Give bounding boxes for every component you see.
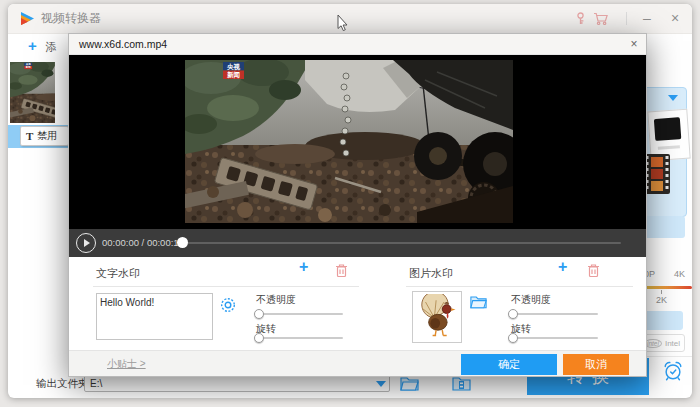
delete-text-watermark-icon[interactable] (335, 263, 348, 278)
schedule-alarm-icon[interactable] (662, 360, 684, 382)
watermark-image-preview[interactable] (412, 291, 462, 343)
text-rotate-thumb[interactable] (254, 333, 264, 343)
add-image-watermark-button[interactable]: + (558, 258, 567, 276)
video-preview (69, 55, 646, 229)
dialog-title: www.x6d.com.mp4 (79, 34, 167, 54)
tips-link[interactable]: 小贴士 > (107, 351, 146, 376)
option-bar[interactable] (642, 311, 683, 330)
seek-bar[interactable] (181, 242, 621, 244)
app-logo-icon (20, 11, 35, 26)
image-rotate-slider[interactable] (513, 337, 598, 339)
browse-image-folder-icon[interactable] (470, 295, 487, 309)
intel-label: Intel (665, 339, 680, 348)
position-target-icon[interactable] (220, 297, 236, 313)
format-card-collapsed[interactable] (643, 216, 685, 238)
dialog-footer: 小贴士 > 确定 取消 (69, 350, 646, 376)
text-watermark-divider (93, 286, 359, 287)
filmstrip-icon (644, 154, 670, 194)
video-frame (185, 60, 513, 223)
delete-image-watermark-icon[interactable] (587, 263, 600, 278)
browse-folder-icon[interactable] (400, 376, 419, 391)
time-display: 00:00:00 / 00:00:12 (102, 229, 184, 257)
app-title: 视频转换器 (41, 4, 101, 33)
text-rotate-slider[interactable] (259, 337, 343, 339)
add-text-watermark-button[interactable]: + (299, 258, 308, 276)
dialog-header[interactable]: www.x6d.com.mp4 × (69, 34, 646, 55)
titlebar-divider (626, 12, 627, 25)
text-opacity-thumb[interactable] (254, 309, 264, 319)
text-watermark-toggle-tooltip: T 禁用 (20, 126, 69, 146)
text-watermark-title: 文字水印 (96, 266, 140, 281)
output-folder-caret-icon[interactable] (376, 381, 386, 387)
minimize-button[interactable]: – (638, 5, 656, 32)
image-rotate-thumb[interactable] (508, 333, 518, 343)
image-watermark-divider (406, 286, 633, 287)
play-icon (84, 239, 90, 247)
image-opacity-label: 不透明度 (511, 293, 551, 307)
format-caption-line (658, 145, 680, 150)
dialog-close-button[interactable]: × (625, 34, 643, 54)
close-button[interactable]: × (666, 5, 684, 32)
desktop: 央视 新闻 视频转换器 (0, 0, 700, 407)
add-files-button[interactable]: + 添 (28, 37, 56, 55)
video-thumbnail-image (10, 62, 55, 123)
confirm-button[interactable]: 确定 (461, 354, 557, 375)
register-key-icon[interactable] (574, 12, 587, 25)
image-opacity-thumb[interactable] (508, 309, 518, 319)
text-opacity-label: 不透明度 (256, 293, 296, 307)
cancel-button[interactable]: 取消 (563, 354, 629, 375)
play-button[interactable] (76, 233, 96, 253)
plus-icon: + (28, 37, 37, 54)
resolution-label-2k: 2K (656, 295, 667, 305)
text-tool-icon: T (26, 130, 33, 142)
format-screen-thumb (654, 117, 681, 141)
image-watermark-title: 图片水印 (409, 266, 453, 281)
watermark-text-input[interactable]: Hello World! (96, 293, 213, 340)
right-divider (644, 356, 692, 357)
player-bar: 00:00:00 / 00:00:12 (69, 229, 646, 257)
image-opacity-slider[interactable] (513, 313, 598, 315)
add-files-label: 添 (45, 41, 56, 53)
titlebar: 视频转换器 – × (8, 4, 692, 34)
text-opacity-slider[interactable] (259, 313, 343, 315)
watermark-settings: 文字水印 + Hello World! 不透明度 旋转 (69, 257, 646, 350)
seek-handle[interactable] (177, 237, 188, 248)
app-window: 视频转换器 – × + 添 T (8, 4, 692, 398)
quality-tick (661, 290, 662, 294)
watermark-dialog: www.x6d.com.mp4 × 00:00:00 / 00:00:12 文字… (68, 33, 647, 377)
resolution-label-4k: 4K (674, 269, 685, 279)
turkey-image (415, 294, 459, 340)
tooltip-label: 禁用 (37, 129, 57, 143)
store-cart-icon[interactable] (593, 12, 608, 25)
mouse-cursor (337, 15, 349, 33)
video-thumbnail[interactable] (10, 62, 55, 123)
open-output-folder-icon[interactable] (452, 376, 471, 391)
format-dropdown-caret-icon[interactable] (668, 95, 678, 101)
